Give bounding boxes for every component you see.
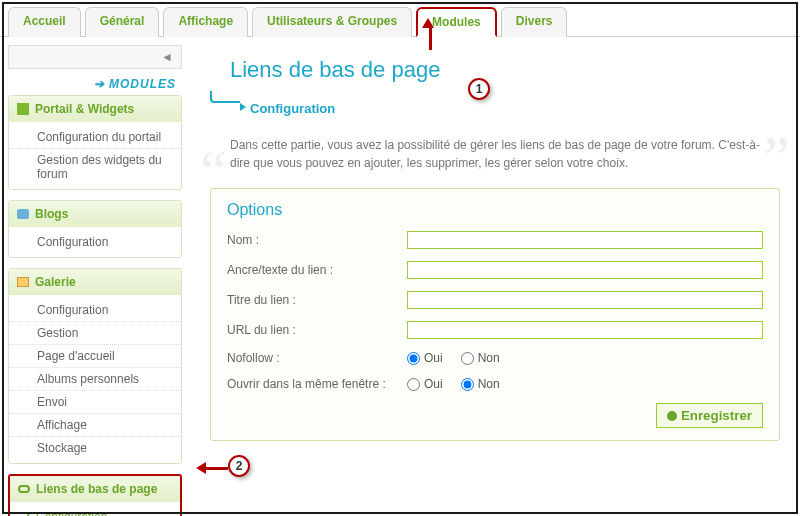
radio-nofollow-non[interactable]: Non	[461, 351, 500, 365]
tab-divers[interactable]: Divers	[501, 7, 568, 37]
widgets-icon	[17, 103, 29, 115]
radio-samewin-oui[interactable]: Oui	[407, 377, 443, 391]
top-tabs: Accueil Général Affichage Utilisateurs &…	[0, 0, 800, 37]
sidebar-header-liens[interactable]: Liens de bas de page	[10, 476, 180, 502]
options-title: Options	[227, 201, 763, 219]
sidebar-item-configuration[interactable]: ✓Configuration	[10, 506, 180, 516]
sidebar-item[interactable]: Configuration	[9, 299, 181, 321]
radio-nofollow-oui[interactable]: Oui	[407, 351, 443, 365]
input-titre[interactable]	[407, 291, 763, 309]
sidebar-item[interactable]: Configuration du portail	[9, 126, 181, 148]
options-box: Options Nom : Ancre/texte du lien : Titr…	[210, 188, 780, 441]
sidebar-section-galerie: Galerie Configuration Gestion Page d'acc…	[8, 268, 182, 464]
page-description: “ Dans cette partie, vous avez la possib…	[210, 136, 780, 172]
quote-right-icon: ”	[763, 112, 790, 202]
sidebar-item[interactable]: Envoi	[9, 390, 181, 413]
radio-samewin-non[interactable]: Non	[461, 377, 500, 391]
check-icon: ✓	[22, 510, 32, 516]
sidebar-section-liens: Liens de bas de page ✓Configuration	[8, 474, 182, 516]
main-panel: Liens de bas de page Configuration “ Dan…	[190, 37, 800, 516]
save-button[interactable]: Enregistrer	[656, 403, 763, 428]
tab-general[interactable]: Général	[85, 7, 160, 37]
sidebar-header-label: Portail & Widgets	[35, 102, 134, 116]
sidebar-item[interactable]: Stockage	[9, 436, 181, 459]
input-nom[interactable]	[407, 231, 763, 249]
tab-affichage[interactable]: Affichage	[163, 7, 248, 37]
annotation-badge-2: 2	[228, 455, 250, 477]
label-nofollow: Nofollow :	[227, 351, 407, 365]
sidebar-section-portail: Portail & Widgets Configuration du porta…	[8, 95, 182, 190]
label-samewin: Ouvrir dans la même fenêtre :	[227, 377, 407, 391]
sidebar-header-label: Galerie	[35, 275, 76, 289]
sidebar-header-blogs[interactable]: Blogs	[9, 201, 181, 227]
link-icon	[18, 485, 30, 493]
check-circle-icon	[667, 411, 677, 421]
chat-icon	[17, 209, 29, 219]
sidebar-section-blogs: Blogs Configuration	[8, 200, 182, 258]
title-arrow-icon	[210, 95, 246, 111]
sidebar-item[interactable]: Configuration	[9, 231, 181, 253]
sidebar-item[interactable]: Gestion	[9, 321, 181, 344]
radio-label: Non	[478, 377, 500, 391]
page-title: Liens de bas de page	[230, 57, 780, 83]
sidebar-item-label: Configuration	[36, 510, 107, 516]
radio-label: Non	[478, 351, 500, 365]
sidebar-item[interactable]: Page d'accueil	[9, 344, 181, 367]
save-button-label: Enregistrer	[681, 408, 752, 423]
description-text: Dans cette partie, vous avez la possibil…	[230, 138, 760, 170]
tab-accueil[interactable]: Accueil	[8, 7, 81, 37]
arrow-icon: ➔	[94, 77, 105, 91]
label-titre: Titre du lien :	[227, 293, 407, 307]
sidebar-header-galerie[interactable]: Galerie	[9, 269, 181, 295]
input-ancre[interactable]	[407, 261, 763, 279]
sidebar-item[interactable]: Affichage	[9, 413, 181, 436]
sidebar-header-label: Liens de bas de page	[36, 482, 157, 496]
radio-label: Oui	[424, 351, 443, 365]
radio-label: Oui	[424, 377, 443, 391]
sidebar-back-button[interactable]: ◄	[8, 45, 182, 69]
input-url[interactable]	[407, 321, 763, 339]
annotation-arrow-2	[196, 462, 228, 474]
label-url: URL du lien :	[227, 323, 407, 337]
tab-utilisateurs[interactable]: Utilisateurs & Groupes	[252, 7, 412, 37]
sidebar: ◄ ➔ MODULES Portail & Widgets Configurat…	[0, 37, 190, 516]
sidebar-header-portail[interactable]: Portail & Widgets	[9, 96, 181, 122]
sidebar-top-title-text: MODULES	[109, 77, 176, 91]
sidebar-item[interactable]: Gestion des widgets du forum	[9, 148, 181, 185]
label-nom: Nom :	[227, 233, 407, 247]
label-ancre: Ancre/texte du lien :	[227, 263, 407, 277]
sidebar-header-label: Blogs	[35, 207, 68, 221]
quote-left-icon: “	[200, 126, 227, 216]
page-subtitle: Configuration	[250, 101, 780, 116]
sidebar-item[interactable]: Albums personnels	[9, 367, 181, 390]
gallery-icon	[17, 277, 29, 287]
sidebar-top-title: ➔ MODULES	[8, 73, 182, 95]
